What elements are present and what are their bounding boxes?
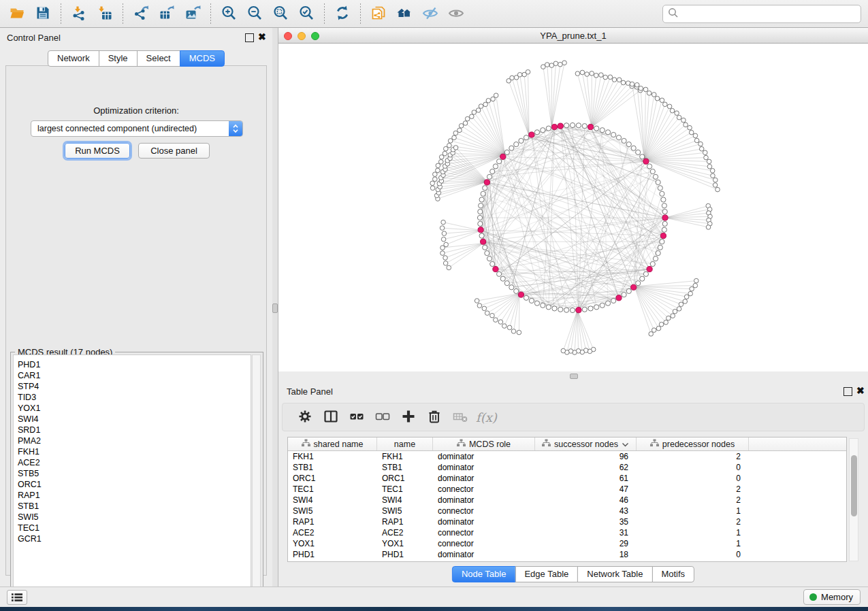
network-canvas[interactable] xyxy=(278,44,868,371)
mcds-result-item[interactable]: STB1 xyxy=(18,501,251,512)
network-node[interactable] xyxy=(491,97,496,101)
table-cell[interactable]: dominator xyxy=(433,549,535,560)
network-node[interactable] xyxy=(600,303,605,308)
network-node[interactable] xyxy=(688,125,692,130)
network-node[interactable] xyxy=(694,138,699,143)
network-node[interactable] xyxy=(603,75,608,80)
network-node[interactable] xyxy=(675,111,679,116)
table-cell[interactable]: 62 xyxy=(535,462,637,473)
network-window-titlebar[interactable]: YPA_prune.txt_1 xyxy=(278,28,868,44)
network-node[interactable] xyxy=(484,180,489,185)
network-node[interactable] xyxy=(436,163,440,168)
network-node[interactable] xyxy=(585,72,590,77)
network-node[interactable] xyxy=(440,251,445,256)
network-node[interactable] xyxy=(443,151,447,156)
run-mcds-button[interactable]: Run MCDS xyxy=(65,143,130,159)
network-node[interactable] xyxy=(443,261,448,266)
mcds-result-item[interactable]: YOX1 xyxy=(18,403,251,414)
network-node[interactable] xyxy=(630,82,634,86)
network-node[interactable] xyxy=(442,231,447,236)
network-node[interactable] xyxy=(498,320,503,325)
network-node[interactable] xyxy=(667,104,672,109)
table-row[interactable]: FKH1FKH1dominator962 xyxy=(288,451,846,462)
network-node[interactable] xyxy=(485,250,489,255)
network-node[interactable] xyxy=(660,98,664,103)
import-table-button[interactable] xyxy=(92,2,118,25)
table-scrollbar-thumb[interactable] xyxy=(851,455,857,516)
network-node[interactable] xyxy=(582,307,587,312)
network-node[interactable] xyxy=(486,98,491,103)
table-tab-node-table[interactable]: Node Table xyxy=(452,566,516,582)
network-node[interactable] xyxy=(472,110,477,115)
network-node[interactable] xyxy=(681,118,686,122)
column-header-successor-nodes[interactable]: successor nodes xyxy=(535,437,637,450)
table-scrollbar[interactable] xyxy=(849,438,858,561)
table-cell[interactable]: dominator xyxy=(433,473,535,484)
table-cell[interactable]: 35 xyxy=(535,516,637,527)
mcds-result-item[interactable]: TID3 xyxy=(18,392,251,403)
network-node[interactable] xyxy=(660,233,666,238)
table-cell[interactable]: 2 xyxy=(637,516,749,527)
first-neighbors-button[interactable] xyxy=(391,2,417,25)
network-node[interactable] xyxy=(514,142,519,147)
network-node[interactable] xyxy=(605,130,610,135)
network-node[interactable] xyxy=(594,73,598,78)
network-node[interactable] xyxy=(575,71,580,76)
table-cell[interactable]: 47 xyxy=(535,484,637,495)
node-table[interactable]: shared namenameMCDS rolesuccessor nodesp… xyxy=(287,437,847,562)
network-node[interactable] xyxy=(713,183,718,188)
table-cell[interactable]: 0 xyxy=(637,473,749,484)
network-node[interactable] xyxy=(479,197,484,202)
network-node[interactable] xyxy=(485,311,489,316)
network-node[interactable] xyxy=(490,261,495,266)
network-node[interactable] xyxy=(465,116,470,121)
network-node[interactable] xyxy=(483,186,487,191)
network-node[interactable] xyxy=(558,62,563,67)
network-node[interactable] xyxy=(441,237,446,242)
open-file-button[interactable] xyxy=(4,2,30,25)
network-node[interactable] xyxy=(510,76,515,80)
network-node[interactable] xyxy=(703,150,707,155)
network-node[interactable] xyxy=(636,281,641,286)
table-tab-network-table[interactable]: Network Table xyxy=(577,566,652,582)
table-cell[interactable]: ACE2 xyxy=(288,527,377,538)
network-node[interactable] xyxy=(605,301,610,306)
network-node[interactable] xyxy=(582,124,587,129)
network-node[interactable] xyxy=(710,169,715,174)
network-node[interactable] xyxy=(558,123,563,129)
table-cell[interactable]: ORC1 xyxy=(377,473,433,484)
network-node[interactable] xyxy=(653,174,658,179)
network-node[interactable] xyxy=(478,221,483,226)
network-node[interactable] xyxy=(649,331,654,336)
table-row[interactable]: SWI4SWI4dominator462 xyxy=(288,495,846,506)
show-all-button[interactable] xyxy=(443,2,469,25)
network-node[interactable] xyxy=(439,155,444,160)
network-node[interactable] xyxy=(478,210,483,214)
table-cell[interactable]: ACE2 xyxy=(377,527,433,538)
zoom-in-button[interactable] xyxy=(216,2,242,25)
table-row[interactable]: STB1STB1dominator620 xyxy=(288,462,846,473)
network-node[interactable] xyxy=(600,128,605,133)
table-cell[interactable]: dominator xyxy=(433,462,535,473)
network-node[interactable] xyxy=(453,146,458,150)
table-cell[interactable]: connector xyxy=(433,538,535,549)
table-cell[interactable]: 29 xyxy=(535,538,637,549)
table-cell[interactable]: 18 xyxy=(535,549,637,560)
table-row[interactable]: ACE2ACE2connector311 xyxy=(288,527,846,538)
network-node[interactable] xyxy=(541,128,545,133)
vertical-splitter[interactable] xyxy=(272,28,278,587)
table-cell[interactable]: 1 xyxy=(637,538,749,549)
network-node[interactable] xyxy=(588,306,593,311)
network-node[interactable] xyxy=(514,288,519,293)
table-row[interactable]: YOX1YOX1connector291 xyxy=(288,538,846,549)
network-node[interactable] xyxy=(662,221,667,226)
network-node[interactable] xyxy=(526,69,530,74)
network-node[interactable] xyxy=(671,314,675,318)
table-cell[interactable]: SWI5 xyxy=(288,506,377,516)
network-node[interactable] xyxy=(656,326,661,331)
network-node[interactable] xyxy=(430,186,435,191)
table-cell[interactable]: RAP1 xyxy=(377,516,433,527)
network-node[interactable] xyxy=(640,154,645,159)
table-mode-columns-button[interactable] xyxy=(318,406,344,429)
table-cell[interactable]: ORC1 xyxy=(288,473,377,484)
